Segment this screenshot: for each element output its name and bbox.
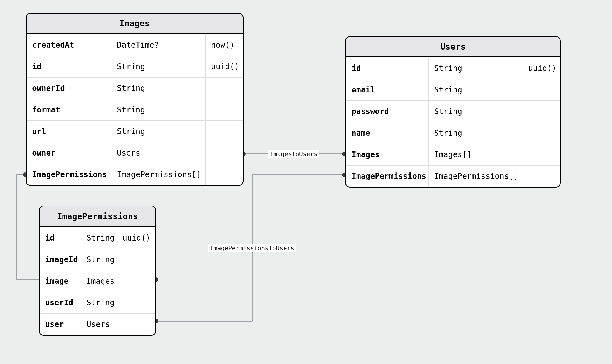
entity-users-body: id String uuid() email String password S… bbox=[346, 57, 560, 187]
field-type: DateTime? bbox=[111, 34, 205, 56]
field-default bbox=[523, 101, 560, 122]
field-default bbox=[205, 164, 243, 185]
field-default bbox=[205, 142, 243, 164]
table-row: url String bbox=[27, 120, 243, 142]
field-type: String bbox=[428, 122, 523, 144]
field-type: String bbox=[111, 121, 205, 142]
table-row: ImagePermissions ImagePermissions[] bbox=[346, 165, 560, 187]
field-type: String bbox=[81, 227, 117, 249]
field-name: id bbox=[27, 56, 111, 77]
entity-users-title: Users bbox=[346, 37, 560, 57]
field-default bbox=[117, 292, 155, 313]
field-type: ImagePermissions[] bbox=[428, 166, 523, 187]
field-name: id bbox=[346, 57, 428, 79]
field-name: name bbox=[346, 122, 428, 144]
field-name: userId bbox=[40, 292, 81, 313]
field-name: image bbox=[40, 270, 81, 292]
field-name: Images bbox=[346, 144, 428, 165]
field-type: String bbox=[81, 249, 117, 270]
table-row: ownerId String bbox=[27, 77, 243, 99]
table-row: owner Users bbox=[27, 142, 243, 164]
entity-imagepermissions: ImagePermissions id String uuid() imageI… bbox=[39, 206, 156, 336]
field-name: ImagePermissions bbox=[27, 164, 111, 185]
field-default: uuid() bbox=[117, 227, 155, 249]
field-type: ImagePermissions[] bbox=[111, 164, 205, 185]
edge-label-imgperm-to-users: ImagePermissionsToUsers bbox=[208, 244, 296, 252]
field-default bbox=[523, 79, 560, 100]
field-type: Images bbox=[81, 270, 117, 292]
field-default: now() bbox=[205, 34, 243, 56]
table-row: id String uuid() bbox=[346, 57, 560, 79]
field-type: String bbox=[428, 57, 523, 79]
field-type: String bbox=[111, 78, 205, 99]
field-name: email bbox=[346, 79, 428, 100]
field-type: String bbox=[111, 56, 205, 77]
field-name: password bbox=[346, 101, 428, 122]
field-type: String bbox=[81, 292, 117, 313]
field-default bbox=[523, 166, 560, 187]
table-row: id String uuid() bbox=[40, 227, 155, 249]
field-type: String bbox=[428, 79, 523, 100]
table-row: password String bbox=[346, 100, 560, 122]
field-default bbox=[523, 122, 560, 144]
entity-images: Images createdAt DateTime? now() id Stri… bbox=[26, 13, 244, 186]
field-default bbox=[117, 314, 155, 335]
table-row: email String bbox=[346, 79, 560, 100]
edge-label-images-to-users: ImagesToUsers bbox=[268, 150, 319, 158]
field-name: ImagePermissions bbox=[346, 166, 428, 187]
field-default bbox=[117, 270, 155, 292]
table-row: format String bbox=[27, 99, 243, 120]
table-row: createdAt DateTime? now() bbox=[27, 34, 243, 56]
table-row: image Images bbox=[40, 270, 155, 292]
field-default bbox=[205, 78, 243, 99]
field-name: format bbox=[27, 99, 111, 120]
field-default bbox=[117, 249, 155, 270]
field-name: user bbox=[40, 314, 81, 335]
field-default bbox=[523, 144, 560, 165]
table-row: Images Images[] bbox=[346, 144, 560, 165]
entity-imagepermissions-title: ImagePermissions bbox=[40, 206, 155, 227]
table-row: userId String bbox=[40, 292, 155, 313]
entity-images-body: createdAt DateTime? now() id String uuid… bbox=[27, 34, 243, 185]
table-row: id String uuid() bbox=[27, 56, 243, 77]
table-row: name String bbox=[346, 122, 560, 144]
field-name: createdAt bbox=[27, 34, 111, 56]
field-default bbox=[205, 121, 243, 142]
field-name: imageId bbox=[40, 249, 81, 270]
entity-images-title: Images bbox=[27, 14, 243, 34]
field-type: Images[] bbox=[428, 144, 523, 165]
field-type: String bbox=[428, 101, 523, 122]
entity-users: Users id String uuid() email String pass… bbox=[345, 36, 561, 188]
field-type: String bbox=[111, 99, 205, 120]
field-type: Users bbox=[81, 314, 117, 335]
entity-imagepermissions-body: id String uuid() imageId String image Im… bbox=[40, 227, 155, 335]
table-row: ImagePermissions ImagePermissions[] bbox=[27, 164, 243, 185]
field-name: ownerId bbox=[27, 78, 111, 99]
table-row: user Users bbox=[40, 313, 155, 335]
field-type: Users bbox=[111, 142, 205, 164]
field-name: url bbox=[27, 121, 111, 142]
field-name: owner bbox=[27, 142, 111, 164]
field-name: id bbox=[40, 227, 81, 249]
field-default bbox=[205, 99, 243, 120]
field-default: uuid() bbox=[205, 56, 243, 77]
table-row: imageId String bbox=[40, 249, 155, 270]
field-default: uuid() bbox=[523, 57, 560, 79]
